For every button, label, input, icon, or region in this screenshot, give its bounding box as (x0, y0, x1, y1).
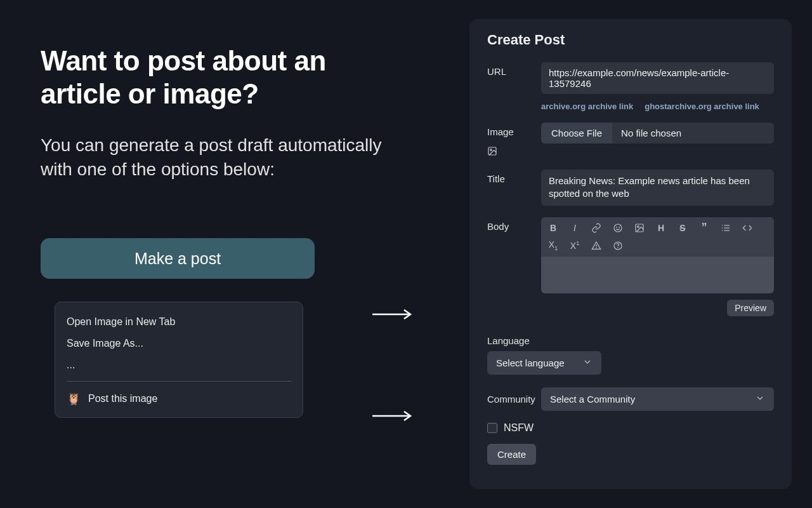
link-icon[interactable] (591, 222, 602, 234)
svg-point-8 (638, 225, 639, 227)
preview-button[interactable]: Preview (727, 300, 774, 316)
ctx-save-as[interactable]: Save Image As... (55, 333, 303, 354)
language-select[interactable]: Select language (487, 351, 601, 375)
nsfw-checkbox[interactable] (487, 423, 497, 433)
bold-icon[interactable]: B (547, 222, 559, 234)
create-post-panel: Create Post URL https://example.com/news… (469, 19, 792, 489)
italic-icon[interactable]: I (569, 222, 580, 234)
community-select-value: Select a Community (550, 394, 635, 404)
image-insert-icon[interactable] (634, 222, 645, 234)
url-input[interactable]: https://example.com/news/example-article… (541, 62, 774, 94)
svg-point-16 (596, 248, 597, 248)
image-icon (487, 146, 541, 158)
community-select[interactable]: Select a Community (541, 387, 774, 411)
title-label: Title (487, 170, 541, 184)
subscript-icon[interactable]: X1 (547, 240, 559, 251)
superscript-icon[interactable]: X1 (569, 240, 580, 251)
subhead: You can generate a post draft automatica… (41, 133, 396, 182)
ctx-separator (67, 381, 291, 382)
arrow-icon (371, 410, 416, 422)
svg-point-13 (722, 227, 723, 228)
body-label: Body (487, 217, 541, 232)
help-icon[interactable] (612, 240, 624, 251)
archive-org-link[interactable]: archive.org archive link (541, 102, 633, 111)
header-icon[interactable]: H (655, 222, 667, 234)
choose-file-button[interactable]: Choose File (541, 123, 612, 144)
community-label: Community (487, 394, 541, 404)
context-menu: Open Image in New Tab Save Image As... .… (55, 302, 303, 418)
file-status: No file chosen (612, 123, 774, 144)
headline: Want to post about an article or image? (41, 44, 396, 110)
svg-point-18 (618, 248, 619, 248)
url-label: URL (487, 62, 541, 77)
ctx-post-image[interactable]: 🦉 Post this image (55, 387, 303, 413)
chevron-down-icon (755, 393, 765, 405)
language-label: Language (487, 335, 774, 346)
strike-icon[interactable]: S (677, 222, 688, 234)
code-icon[interactable] (742, 222, 753, 234)
image-label: Image (487, 126, 541, 137)
spoiler-icon[interactable] (591, 240, 602, 251)
owl-icon: 🦉 (67, 393, 81, 404)
quote-icon[interactable]: ” (698, 222, 710, 234)
body-textarea[interactable] (541, 257, 774, 293)
ghostarchive-link[interactable]: ghostarchive.org archive link (645, 102, 759, 111)
svg-point-4 (614, 224, 622, 232)
language-select-value: Select language (496, 358, 565, 368)
svg-point-3 (490, 149, 492, 151)
nsfw-label: NSFW (504, 422, 534, 434)
svg-point-6 (619, 227, 620, 227)
ctx-post-image-label: Post this image (88, 393, 157, 404)
title-input[interactable]: Breaking News: Example news article has … (541, 170, 774, 206)
editor-toolbar: B I H S ” X1 X1 (541, 217, 774, 257)
svg-point-12 (722, 225, 723, 225)
chevron-down-icon (582, 357, 593, 369)
panel-title: Create Post (487, 32, 774, 48)
create-button[interactable]: Create (487, 444, 536, 465)
svg-point-5 (617, 227, 617, 227)
svg-point-14 (722, 230, 723, 231)
list-icon[interactable] (720, 222, 731, 234)
arrow-icon (371, 308, 416, 321)
ctx-ellipsis: ... (55, 354, 303, 376)
emoji-icon[interactable] (612, 222, 624, 234)
make-post-button[interactable]: Make a post (41, 238, 315, 279)
ctx-open-image[interactable]: Open Image in New Tab (55, 311, 303, 333)
